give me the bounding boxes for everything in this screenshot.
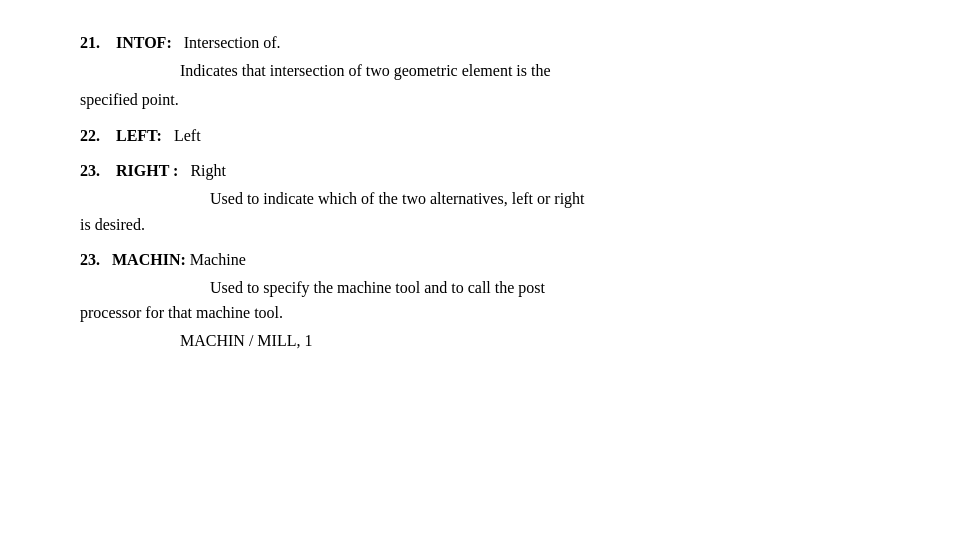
entry-22-keyword: LEFT: — [116, 127, 162, 144]
entry-23-header: 23. RIGHT : Right — [80, 158, 880, 184]
entry-23b: 23. MACHIN: Machine Used to specify the … — [80, 247, 880, 353]
entry-23b-definition: Machine — [190, 251, 246, 268]
entry-23-definition: Right — [190, 162, 226, 179]
entry-23-spacer2 — [182, 162, 186, 179]
entry-23-keyword: RIGHT : — [116, 162, 178, 179]
entry-22: 22. LEFT: Left — [80, 123, 880, 149]
entry-23b-example: MACHIN / MILL, 1 — [80, 328, 880, 354]
entry-21-spacer — [104, 34, 112, 51]
entry-21-definition: Intersection of. — [184, 34, 281, 51]
entry-21-spacer2 — [176, 34, 180, 51]
entry-23-continuation: is desired. — [80, 212, 880, 238]
entry-21-continuation: specified point. — [80, 87, 880, 113]
entry-23b-description: Used to specify the machine tool and to … — [80, 275, 880, 301]
entry-22-number: 22. — [80, 127, 100, 144]
entry-23b-continuation: processor for that machine tool. — [80, 300, 880, 326]
entry-23-number: 23. — [80, 162, 100, 179]
entry-22-spacer — [104, 127, 112, 144]
entry-21-header: 21. INTOF: Intersection of. — [80, 30, 880, 56]
entry-22-header: 22. LEFT: Left — [80, 123, 880, 149]
entry-23-spacer — [104, 162, 112, 179]
page-content: 21. INTOF: Intersection of. Indicates th… — [0, 0, 960, 394]
entry-21-description: Indicates that intersection of two geome… — [80, 58, 880, 84]
entry-23b-number: 23. — [80, 251, 100, 268]
entry-22-spacer2 — [166, 127, 170, 144]
entry-23: 23. RIGHT : Right Used to indicate which… — [80, 158, 880, 237]
entry-21: 21. INTOF: Intersection of. Indicates th… — [80, 30, 880, 113]
entry-21-number: 21. — [80, 34, 100, 51]
entry-21-keyword: INTOF: — [116, 34, 172, 51]
entry-23b-keyword: MACHIN: — [112, 251, 186, 268]
entry-23b-header: 23. MACHIN: Machine — [80, 247, 880, 273]
entry-23b-spacer — [104, 251, 108, 268]
entry-22-definition: Left — [174, 127, 201, 144]
entry-23-description: Used to indicate which of the two altern… — [80, 186, 880, 212]
